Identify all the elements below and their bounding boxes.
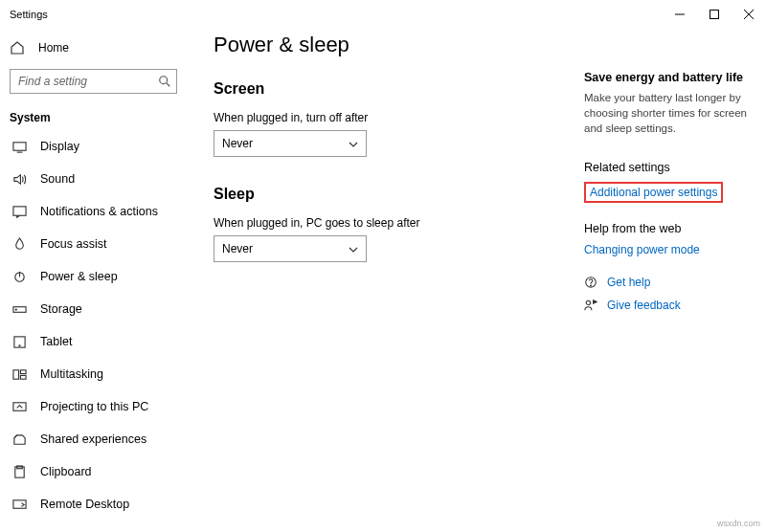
tip-text: Make your battery last longer by choosin… bbox=[584, 90, 756, 136]
feedback-icon bbox=[584, 299, 597, 312]
minimize-button[interactable] bbox=[663, 0, 697, 29]
search-input[interactable] bbox=[10, 69, 177, 94]
sidebar-item-notifications[interactable]: Notifications & actions bbox=[0, 195, 187, 228]
chevron-down-icon bbox=[349, 139, 358, 148]
related-heading: Related settings bbox=[584, 161, 756, 174]
svg-point-4 bbox=[160, 77, 168, 84]
sound-icon bbox=[11, 171, 27, 187]
sleep-timeout-value: Never bbox=[222, 242, 253, 255]
sidebar-item-label: Shared experiences bbox=[40, 432, 146, 446]
main-content: Power & sleep Screen When plugged in, tu… bbox=[214, 33, 584, 532]
sidebar-item-label: Sound bbox=[40, 172, 75, 186]
tip-heading: Save energy and battery life bbox=[584, 71, 756, 84]
get-help-link[interactable]: Get help bbox=[584, 276, 756, 289]
focus-assist-icon bbox=[11, 236, 27, 252]
screen-heading: Screen bbox=[214, 80, 584, 98]
sidebar-item-label: Storage bbox=[40, 302, 82, 316]
sleep-heading: Sleep bbox=[214, 186, 584, 203]
projecting-icon bbox=[11, 399, 27, 414]
sidebar-item-power-sleep[interactable]: Power & sleep bbox=[0, 260, 187, 293]
clipboard-icon bbox=[11, 464, 27, 479]
remote-desktop-icon bbox=[11, 497, 27, 512]
give-feedback-label: Give feedback bbox=[607, 299, 681, 312]
search-icon bbox=[158, 75, 171, 88]
svg-line-19 bbox=[13, 434, 16, 437]
screen-timeout-select[interactable]: Never bbox=[214, 130, 367, 157]
sidebar-item-label: Projecting to this PC bbox=[40, 400, 148, 413]
sidebar: Home System Display Sound Notifications … bbox=[0, 29, 187, 532]
svg-rect-8 bbox=[12, 206, 25, 214]
home-label: Home bbox=[38, 41, 69, 55]
sidebar-item-label: Display bbox=[40, 140, 79, 153]
tablet-icon bbox=[11, 334, 27, 349]
svg-rect-17 bbox=[20, 375, 26, 379]
sleep-label: When plugged in, PC goes to sleep after bbox=[214, 216, 584, 230]
power-icon bbox=[11, 269, 27, 284]
watermark: wsxdn.com bbox=[717, 519, 760, 528]
sidebar-item-label: Power & sleep bbox=[40, 270, 118, 283]
sidebar-item-label: Tablet bbox=[40, 335, 72, 348]
svg-point-12 bbox=[15, 308, 16, 309]
sidebar-item-shared-experiences[interactable]: Shared experiences bbox=[0, 423, 187, 455]
screen-timeout-value: Never bbox=[222, 137, 253, 150]
notifications-icon bbox=[11, 204, 27, 219]
svg-rect-16 bbox=[20, 369, 26, 373]
give-feedback-link[interactable]: Give feedback bbox=[584, 299, 756, 312]
additional-power-settings-link[interactable]: Additional power settings bbox=[590, 186, 717, 199]
chevron-down-icon bbox=[349, 244, 358, 254]
right-pane: Save energy and battery life Make your b… bbox=[584, 33, 756, 532]
sidebar-item-projecting[interactable]: Projecting to this PC bbox=[0, 390, 187, 423]
sidebar-item-display[interactable]: Display bbox=[0, 130, 187, 163]
page-title: Power & sleep bbox=[214, 33, 584, 57]
screen-label: When plugged in, turn off after bbox=[214, 111, 584, 124]
home-link[interactable]: Home bbox=[0, 34, 187, 61]
sidebar-item-label: Clipboard bbox=[40, 465, 92, 478]
sidebar-item-label: Notifications & actions bbox=[40, 205, 158, 218]
highlight-box: Additional power settings bbox=[584, 182, 723, 203]
maximize-button[interactable] bbox=[697, 0, 732, 29]
sidebar-item-sound[interactable]: Sound bbox=[0, 163, 187, 195]
shared-icon bbox=[11, 432, 27, 447]
sidebar-item-tablet[interactable]: Tablet bbox=[0, 325, 187, 358]
changing-power-mode-link[interactable]: Changing power mode bbox=[584, 243, 756, 256]
help-heading: Help from the web bbox=[584, 222, 756, 235]
svg-rect-6 bbox=[12, 142, 25, 149]
sidebar-item-label: Focus assist bbox=[40, 237, 106, 251]
svg-rect-18 bbox=[12, 402, 25, 410]
sidebar-item-remote-desktop[interactable]: Remote Desktop bbox=[0, 488, 187, 521]
sidebar-item-focus-assist[interactable]: Focus assist bbox=[0, 228, 187, 260]
sleep-timeout-select[interactable]: Never bbox=[214, 235, 367, 262]
svg-line-5 bbox=[167, 83, 170, 87]
sidebar-item-label: Multitasking bbox=[40, 367, 103, 381]
get-help-label: Get help bbox=[607, 276, 650, 289]
svg-rect-1 bbox=[710, 11, 719, 19]
multitasking-icon bbox=[11, 366, 27, 382]
svg-point-24 bbox=[591, 285, 592, 286]
sidebar-item-label: Remote Desktop bbox=[40, 498, 129, 511]
svg-point-14 bbox=[18, 344, 19, 345]
storage-icon bbox=[11, 301, 27, 317]
help-icon bbox=[584, 276, 597, 289]
svg-point-25 bbox=[586, 300, 590, 304]
svg-rect-15 bbox=[12, 369, 18, 378]
window-title: Settings bbox=[10, 9, 48, 20]
display-icon bbox=[11, 139, 27, 154]
search-box[interactable] bbox=[10, 69, 177, 94]
sidebar-item-multitasking[interactable]: Multitasking bbox=[0, 358, 187, 390]
close-button[interactable] bbox=[732, 0, 766, 29]
sidebar-item-clipboard[interactable]: Clipboard bbox=[0, 455, 187, 488]
home-icon bbox=[10, 40, 25, 55]
category-label: System bbox=[0, 103, 187, 130]
sidebar-item-storage[interactable]: Storage bbox=[0, 293, 187, 325]
